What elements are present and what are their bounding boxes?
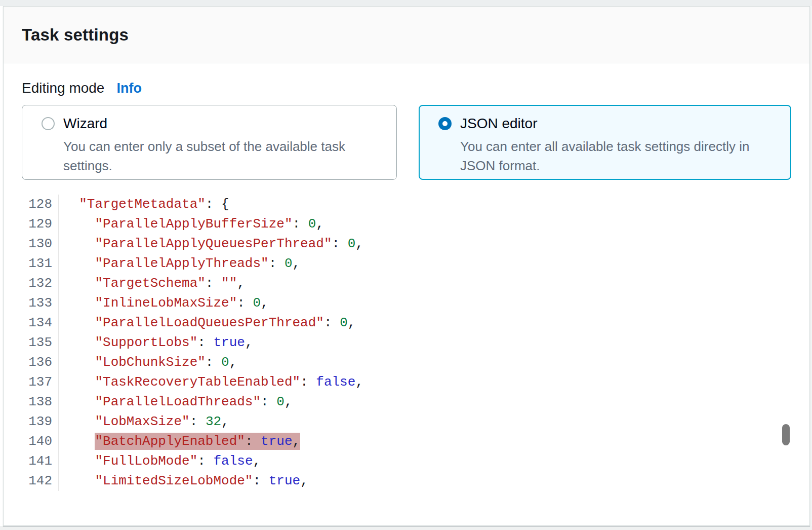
tile-wizard-label: Wizard	[63, 116, 107, 132]
code-line-content: "InlineLobMaxSize": 0,	[59, 293, 269, 313]
code-line[interactable]: 142 "LimitedSizeLobMode": true,	[22, 471, 791, 491]
code-line[interactable]: 133 "InlineLobMaxSize": 0,	[22, 293, 791, 313]
code-line-content: "ParallelLoadThreads": 0,	[59, 392, 293, 412]
line-number: 136	[22, 353, 59, 372]
line-number: 129	[22, 214, 59, 234]
page-background-bottom	[0, 526, 812, 530]
code-line-content: "TaskRecoveryTableEnabled": false,	[59, 372, 363, 392]
tile-json-editor-head: JSON editor	[438, 116, 776, 132]
json-code-editor[interactable]: 128 "TargetMetadata": {129 "ParallelAppl…	[22, 195, 791, 491]
line-number: 131	[22, 254, 59, 274]
line-number: 133	[22, 293, 59, 313]
line-number: 137	[22, 372, 59, 392]
code-line[interactable]: 130 "ParallelApplyQueuesPerThread": 0,	[22, 234, 791, 254]
code-line-content: "ParallelApplyThreads": 0,	[59, 254, 300, 274]
code-line[interactable]: 132 "TargetSchema": "",	[22, 274, 791, 293]
page-title: Task settings	[22, 25, 129, 45]
highlighted-token: "BatchApplyEnabled": true,	[95, 433, 300, 450]
panel-header: Task settings	[4, 7, 809, 63]
wizard-radio[interactable]	[42, 117, 55, 130]
line-number: 128	[22, 195, 59, 214]
code-line-content: "LobChunkSize": 0,	[59, 353, 237, 372]
code-line-content: "TargetMetadata": {	[59, 195, 229, 214]
tile-wizard[interactable]: Wizard You can enter only a subset of th…	[22, 105, 397, 180]
code-line[interactable]: 131 "ParallelApplyThreads": 0,	[22, 254, 791, 274]
json-editor-radio[interactable]	[438, 117, 452, 130]
editing-mode-tiles: Wizard You can enter only a subset of th…	[22, 105, 791, 180]
code-line-content: "ParallelApplyBufferSize": 0,	[59, 214, 324, 234]
code-line[interactable]: 134 "ParallelLoadQueuesPerThread": 0,	[22, 313, 791, 333]
line-number: 141	[22, 451, 59, 471]
code-line-content: "ParallelLoadQueuesPerThread": 0,	[59, 313, 355, 333]
code-line-content: "ParallelApplyQueuesPerThread": 0,	[59, 234, 363, 254]
line-number: 140	[22, 432, 59, 451]
code-line-content: "LimitedSizeLobMode": true,	[59, 471, 308, 491]
code-line[interactable]: 135 "SupportLobs": true,	[22, 333, 791, 353]
line-number: 134	[22, 313, 59, 333]
line-number: 132	[22, 274, 59, 293]
code-line[interactable]: 137 "TaskRecoveryTableEnabled": false,	[22, 372, 791, 392]
code-line[interactable]: 140 "BatchApplyEnabled": true,	[22, 432, 791, 451]
code-line[interactable]: 141 "FullLobMode": false,	[22, 451, 791, 471]
code-line-content: "SupportLobs": true,	[59, 333, 253, 353]
line-number: 139	[22, 412, 59, 432]
code-line[interactable]: 128 "TargetMetadata": {	[22, 195, 791, 214]
line-number: 142	[22, 471, 59, 491]
task-settings-panel: Task settings Editing mode Info Wizard Y…	[3, 6, 810, 526]
scrollbar-thumb[interactable]	[782, 424, 790, 445]
line-number: 135	[22, 333, 59, 353]
code-line-content: "FullLobMode": false,	[59, 451, 261, 471]
page-background-right	[810, 6, 812, 526]
code-line-content: "BatchApplyEnabled": true,	[59, 432, 300, 451]
editing-mode-row: Editing mode Info	[22, 80, 791, 96]
code-line[interactable]: 138 "ParallelLoadThreads": 0,	[22, 392, 791, 412]
code-line[interactable]: 129 "ParallelApplyBufferSize": 0,	[22, 214, 791, 234]
code-line[interactable]: 139 "LobMaxSize": 32,	[22, 412, 791, 432]
page-background-top	[0, 0, 812, 6]
editing-mode-label: Editing mode	[22, 80, 104, 96]
code-lines: 128 "TargetMetadata": {129 "ParallelAppl…	[22, 195, 791, 491]
code-line-content: "TargetSchema": "",	[59, 274, 245, 293]
tile-wizard-head: Wizard	[42, 116, 381, 132]
line-number: 138	[22, 392, 59, 412]
line-number: 130	[22, 234, 59, 254]
tile-json-editor[interactable]: JSON editor You can enter all available …	[419, 105, 791, 180]
code-line-content: "LobMaxSize": 32,	[59, 412, 229, 432]
code-line[interactable]: 136 "LobChunkSize": 0,	[22, 353, 791, 372]
info-link[interactable]: Info	[116, 81, 141, 96]
tile-wizard-description: You can enter only a subset of the avail…	[63, 137, 381, 175]
tile-json-editor-description: You can enter all available task setting…	[460, 137, 766, 175]
tile-json-editor-label: JSON editor	[460, 116, 538, 132]
panel-body: Editing mode Info Wizard You can enter o…	[4, 80, 809, 491]
